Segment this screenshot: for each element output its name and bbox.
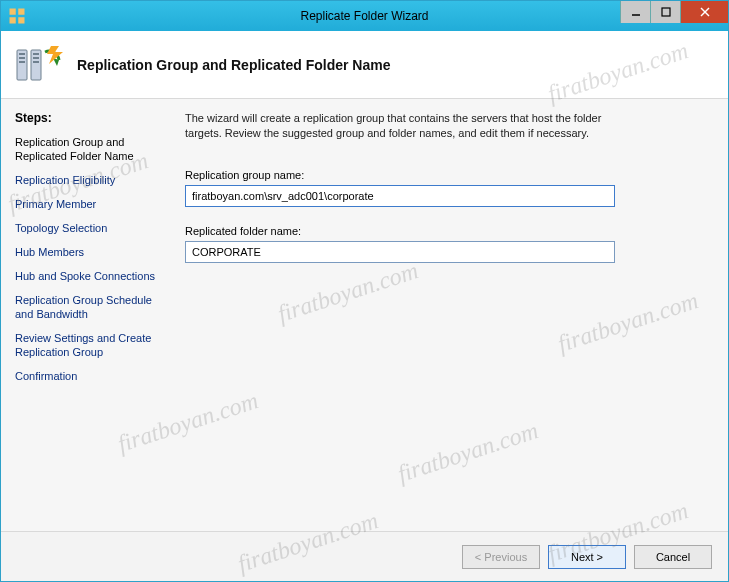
main-panel: The wizard will create a replication gro… xyxy=(175,99,728,531)
steps-sidebar: Steps: Replication Group and Replicated … xyxy=(1,99,175,531)
folder-name-label: Replicated folder name: xyxy=(185,225,710,237)
wizard-header: Replication Group and Replicated Folder … xyxy=(1,31,728,99)
titlebar: Replicate Folder Wizard xyxy=(1,1,728,31)
svg-rect-11 xyxy=(19,61,25,63)
watermark: firatboyan.com xyxy=(274,257,421,328)
step-hub-spoke-connections[interactable]: Hub and Spoke Connections xyxy=(15,269,165,283)
step-schedule-bandwidth[interactable]: Replication Group Schedule and Bandwidth xyxy=(15,293,165,321)
steps-heading: Steps: xyxy=(15,111,165,125)
svg-rect-10 xyxy=(19,57,25,59)
group-name-field: Replication group name: xyxy=(185,169,710,207)
step-replication-eligibility[interactable]: Replication Eligibility xyxy=(15,173,165,187)
svg-rect-14 xyxy=(33,57,39,59)
step-hub-members[interactable]: Hub Members xyxy=(15,245,165,259)
svg-rect-9 xyxy=(19,53,25,55)
page-title: Replication Group and Replicated Folder … xyxy=(77,57,391,73)
step-topology-selection[interactable]: Topology Selection xyxy=(15,221,165,235)
watermark: firatboyan.com xyxy=(394,417,541,488)
wizard-window: Replicate Folder Wizard Replication Grou… xyxy=(0,0,729,582)
wizard-footer: < Previous Next > Cancel xyxy=(1,531,728,581)
svg-rect-13 xyxy=(33,53,39,55)
step-replication-group-name[interactable]: Replication Group and Replicated Folder … xyxy=(15,135,165,163)
wizard-body: Steps: Replication Group and Replicated … xyxy=(1,99,728,531)
step-confirmation[interactable]: Confirmation xyxy=(15,369,165,383)
folder-name-input[interactable] xyxy=(185,241,615,263)
group-name-label: Replication group name: xyxy=(185,169,710,181)
group-name-input[interactable] xyxy=(185,185,615,207)
watermark: firatboyan.com xyxy=(554,287,701,358)
previous-button[interactable]: < Previous xyxy=(462,545,540,569)
window-title: Replicate Folder Wizard xyxy=(1,9,728,23)
wizard-header-icon xyxy=(15,44,63,86)
folder-name-field: Replicated folder name: xyxy=(185,225,710,263)
svg-rect-15 xyxy=(33,61,39,63)
step-primary-member[interactable]: Primary Member xyxy=(15,197,165,211)
cancel-button[interactable]: Cancel xyxy=(634,545,712,569)
next-button[interactable]: Next > xyxy=(548,545,626,569)
wizard-description: The wizard will create a replication gro… xyxy=(185,111,615,141)
step-review-create[interactable]: Review Settings and Create Replication G… xyxy=(15,331,165,359)
